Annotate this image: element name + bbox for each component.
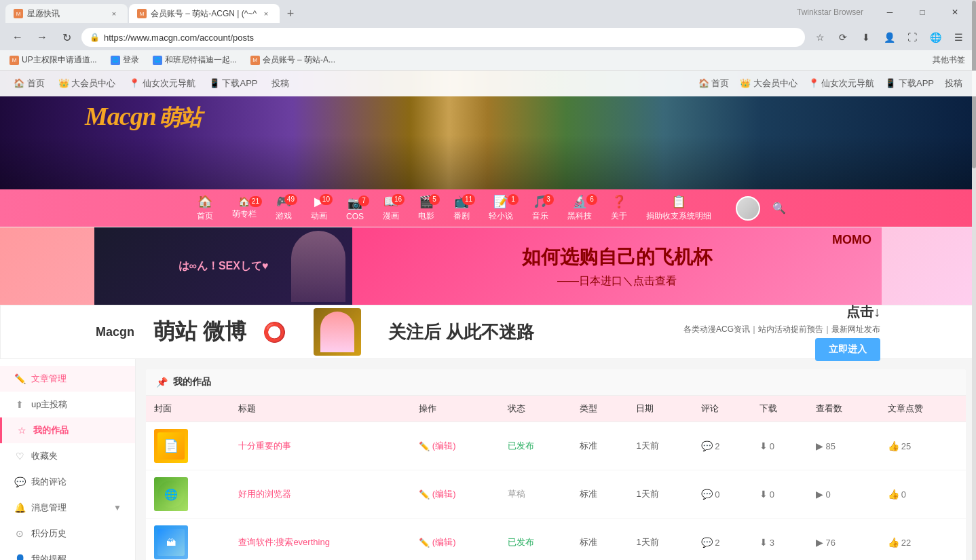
sidebar-item-points-history[interactable]: ⊙ 积分历史 — [0, 521, 135, 546]
tab-close-1[interactable]: × — [109, 8, 119, 19]
up-submit-icon: ⬆ — [14, 398, 26, 411]
article-link-2[interactable]: 好用的浏览器 — [238, 489, 291, 499]
topnav-right-fairy[interactable]: 📍 仙女次元导航 — [808, 77, 875, 90]
col-comments: 评论 — [693, 396, 751, 422]
likes-cell-2: 👍 0 — [880, 470, 966, 519]
sidebar-item-favorites[interactable]: ♡ 收藏夹 — [0, 443, 135, 469]
col-status: 状态 — [500, 396, 571, 422]
topnav-home[interactable]: 🏠 首页 — [14, 77, 45, 90]
sidebar-item-my-reminders[interactable]: 👤 我的提醒 — [0, 546, 135, 560]
sidebar-label-my-works: 我的作品 — [33, 424, 69, 436]
search-button[interactable]: 🔍 — [770, 199, 789, 218]
banner-brand-text: MOMO — [832, 233, 871, 247]
topnav-fairy[interactable]: 📍 仙女次元导航 — [129, 77, 195, 90]
minimize-button[interactable]: ─ — [874, 1, 905, 23]
works-table: 封面 标题 操作 状态 类型 日期 评论 下载 查看数 文章点赞 — [146, 396, 966, 560]
forward-button[interactable]: → — [33, 28, 52, 47]
sidebar-item-article-management[interactable]: ✏️ 文章管理 — [0, 366, 135, 392]
user-avatar-nav[interactable] — [726, 196, 770, 221]
topnav-submit[interactable]: 投稿 — [271, 77, 289, 90]
nav-movie[interactable]: 5 🎬 电影 — [409, 194, 444, 222]
globe-button[interactable]: 🌐 — [926, 28, 945, 47]
edit-link-3[interactable]: ✏️ (编辑) — [419, 536, 492, 548]
likes-cell-1: 👍 25 — [880, 422, 966, 470]
views-cell-2: ▶ 0 — [808, 470, 879, 519]
table-row: 📄 十分重要的事 ✏️ (编辑) — [146, 422, 966, 470]
my-comments-icon: 💬 — [14, 476, 26, 488]
bookmark-button[interactable]: ☆ — [810, 28, 829, 47]
weibo-cta-button[interactable]: 立即进入 — [815, 338, 880, 361]
sidebar-item-up-submit[interactable]: ⬆ up主投稿 — [0, 392, 135, 417]
bookmark-favicon-4: M — [250, 56, 260, 65]
sidebar-item-my-works[interactable]: ☆ 我的作品 — [0, 417, 135, 443]
stat-downloads-3: ⬇ 3 — [759, 537, 800, 548]
weibo-banner: Macgn 萌站 微博 ⭕ 关注后 从此不迷路 点击↓ 各类动漫ACG资讯｜站内… — [0, 305, 976, 359]
maximize-button[interactable]: □ — [907, 1, 938, 23]
nav-about[interactable]: ❓ 关于 — [601, 194, 637, 222]
sidebar-label-points-history: 积分历史 — [31, 527, 67, 540]
nav-manga[interactable]: 16 📖 漫画 — [373, 194, 409, 222]
sidebar-label-my-comments: 我的评论 — [31, 476, 67, 488]
nav-animation[interactable]: 10 ▶ 动画 — [301, 194, 337, 222]
close-button[interactable]: ✕ — [939, 1, 971, 23]
account-button[interactable]: 👤 — [880, 28, 899, 47]
url-text: https://www.macgn.com/account/posts — [104, 33, 797, 43]
nav-cos[interactable]: 7 📷 COS — [337, 195, 373, 221]
topnav-right-app[interactable]: 📱 下载APP — [885, 77, 934, 90]
topnav-app[interactable]: 📱 下载APP — [209, 77, 258, 90]
lock-icon: 🔒 — [90, 33, 100, 42]
nav-home[interactable]: 🏠 首页 — [187, 194, 223, 222]
topnav-right-submit[interactable]: 投稿 — [945, 77, 962, 90]
nav-series[interactable]: 11 📺 番剧 — [444, 194, 479, 222]
date-cell-3: 1天前 — [628, 519, 693, 561]
tab-close-2[interactable]: × — [261, 8, 271, 19]
nav-tech[interactable]: 6 🔬 黑科技 — [558, 194, 601, 222]
downloads-cell-2: ⬇ 0 — [751, 470, 808, 519]
new-tab-button[interactable]: + — [281, 4, 300, 23]
status-cell-1: 已发布 — [500, 422, 571, 470]
edit-link-2[interactable]: ✏️ (编辑) — [419, 488, 492, 500]
article-link-1[interactable]: 十分重要的事 — [238, 441, 291, 451]
tab-account[interactable]: M 会员账号 – 萌站-ACGN | (^~^ × — [129, 4, 280, 23]
reload-button[interactable]: ↻ — [57, 28, 76, 47]
history-button[interactable]: ⟳ — [833, 28, 852, 47]
bookmarks-other[interactable]: 其他书签 — [927, 53, 971, 67]
bookmark-benie[interactable]: 🌐 和班尼特福迪一起... — [149, 53, 241, 67]
nav-donate-icon: 📋 — [671, 194, 686, 209]
nav-meng[interactable]: 🏠 21 萌专栏 — [223, 196, 266, 220]
col-title: 标题 — [230, 396, 411, 422]
nav-donate[interactable]: 📋 捐助收支系统明细 — [637, 194, 721, 222]
action-cell-1: ✏️ (编辑) — [411, 422, 500, 470]
tab-xingyuan[interactable]: M 星愿快讯 × — [5, 4, 128, 23]
pin-icon: 📌 — [156, 377, 168, 388]
comment-icon-3: 💬 — [701, 537, 713, 548]
menu-button[interactable]: ☰ — [949, 28, 968, 47]
browser-brand: Twinkstar Browser — [797, 7, 863, 17]
action-cell-2: ✏️ (编辑) — [411, 470, 500, 519]
edit-link-1[interactable]: ✏️ (编辑) — [419, 440, 492, 452]
topnav-vip[interactable]: 👑 大会员中心 — [58, 77, 116, 90]
nav-game[interactable]: 49 🎮 游戏 — [266, 194, 301, 222]
banner-advertisement[interactable]: は∞ん！SEXして♥ 如何选购自己的飞机杯 ——日本进口＼点击查看 MOMO — [0, 227, 976, 305]
topnav-right-home[interactable]: 🏠 首页 — [698, 77, 730, 90]
stat-comments-3: 💬 2 — [701, 537, 743, 548]
bookmark-login[interactable]: 🌐 登录 — [107, 53, 143, 67]
edit-icon-2: ✏️ — [419, 489, 430, 500]
nav-music[interactable]: 3 🎵 音乐 — [523, 194, 558, 222]
nav-novel[interactable]: 1 📝 轻小说 — [479, 194, 523, 222]
sidebar-item-my-comments[interactable]: 💬 我的评论 — [0, 469, 135, 495]
views-cell-1: ▶ 85 — [808, 422, 879, 470]
views-cell-3: ▶ 76 — [808, 519, 879, 561]
status-cell-3: 已发布 — [500, 519, 571, 561]
article-link-3[interactable]: 查询软件:搜索everthing — [238, 537, 330, 547]
edit-icon-3: ✏️ — [419, 538, 430, 548]
address-bar[interactable]: 🔒 https://www.macgn.com/account/posts — [81, 28, 805, 47]
fullscreen-button[interactable]: ⛶ — [903, 28, 922, 47]
bookmark-up[interactable]: M UP主权限申请通道... — [5, 53, 101, 67]
back-button[interactable]: ← — [8, 28, 27, 47]
stat-views-2: ▶ 0 — [816, 489, 871, 500]
bookmark-account[interactable]: M 会员账号 – 萌站-A... — [246, 53, 339, 67]
topnav-right-vip[interactable]: 👑 大会员中心 — [740, 77, 797, 90]
download-button[interactable]: ⬇ — [857, 28, 876, 47]
sidebar-item-message-management[interactable]: 🔔 消息管理 ▼ — [0, 495, 135, 521]
